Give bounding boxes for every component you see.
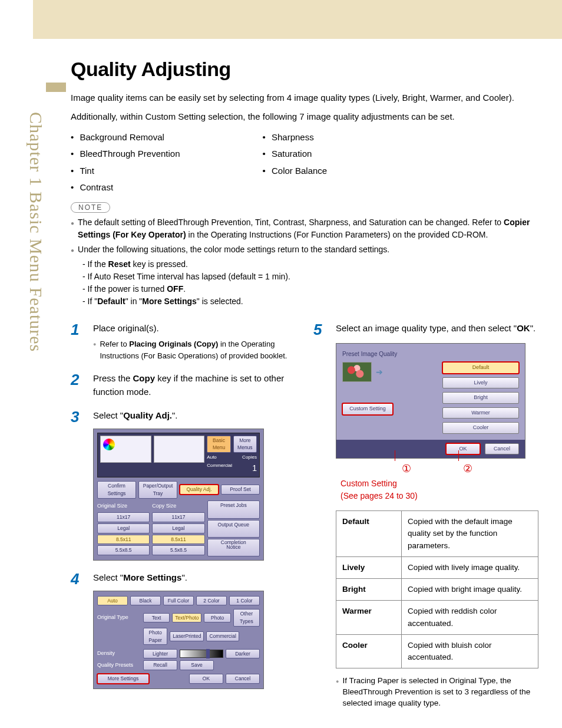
preset-jobs-button[interactable]: Preset Jobs [207,500,260,518]
size-button[interactable]: Legal [152,523,204,533]
step-number: 3 [71,409,86,561]
preset-lively-button[interactable]: Lively [442,377,519,389]
confirm-settings-button[interactable]: Confirm Settings [97,481,136,499]
preset-image-quality-screenshot: Preset Image Quality ➔ Custom Setting De… [336,343,525,459]
preset-warmer-button[interactable]: Warmer [442,407,519,419]
step-text: Select an image quality type, and then s… [336,322,538,335]
size-button[interactable]: Legal [97,523,150,533]
lighter-button[interactable]: Lighter [143,649,177,659]
size-button[interactable]: 11x17 [97,512,150,522]
step-text: Select "More Settings". [93,571,296,585]
step-number: 4 [71,571,86,689]
size-button[interactable]: 8.5x11 [152,535,204,545]
darker-button[interactable]: Darker [226,649,260,659]
rainbow-icon [103,439,115,450]
preview-thumbnail [342,362,372,382]
list-item: Color Balance [263,163,328,180]
chapter-sidebar-label: Chapter 1 Basic Menu Features [26,112,46,352]
footnote: If Tracing Paper is selected in Original… [336,676,538,709]
list-item: Background Removal [71,129,180,146]
step-text: Select "Quality Adj.". [93,409,296,423]
density-slider[interactable] [180,650,223,658]
arrow-right-icon: ➔ [376,366,383,378]
size-button[interactable]: 8.5x11 [97,535,150,545]
orig-type-button[interactable]: Commercial [206,631,239,641]
top-band [33,0,562,39]
preset-bright-button[interactable]: Bright [442,392,519,404]
ok-button[interactable]: OK [446,443,480,455]
orig-type-button[interactable]: LaserPrinted [170,631,204,641]
more-menus-tab[interactable]: More Menus [233,436,257,453]
copier-basic-menu-screenshot: Basic Menu More Menus AutoCopies Commerc… [93,429,264,561]
orig-type-button[interactable]: Other Types [233,609,260,627]
size-button[interactable]: 5.5x8.5 [152,545,204,555]
paper-output-tray-button[interactable]: Paper/Output Tray [138,481,177,499]
list-item: Tint [71,163,180,180]
step-text: Place original(s). [93,322,296,335]
color-tab[interactable]: Full Color [163,596,194,606]
step-minor-note: Refer to Placing Originals (Copy) in the… [93,338,296,361]
intro-1: Image quality items can be easily set by… [71,91,538,104]
note-body: The default setting of BleedThrough Prev… [71,216,538,308]
page-title: Quality Adjusting [71,58,538,81]
intro-2: Additionally, within Custom Setting sele… [71,110,538,123]
list-item: Sharpness [263,129,328,146]
proof-set-button[interactable]: Proof Set [221,485,260,495]
completion-notice-button[interactable]: Completion Notice [207,539,260,556]
recall-button[interactable]: Recall [143,660,177,670]
preset-default-button[interactable]: Default [442,362,519,374]
callout-text: Custom Setting (See pages 24 to 30) [340,477,538,502]
cancel-button[interactable]: Cancel [226,674,260,684]
color-tab[interactable]: 2 Color [196,596,227,606]
size-button[interactable]: 11x17 [152,512,204,522]
quality-adj-button[interactable]: Quality Adj. [180,485,219,495]
step-number: 5 [313,322,329,709]
color-tab[interactable]: Auto [97,596,128,606]
list-item: Contrast [71,179,180,196]
save-button[interactable]: Save [180,660,214,670]
more-settings-button[interactable]: More Settings [97,674,149,684]
orig-type-button[interactable]: Photo [204,613,230,623]
preset-cooler-button[interactable]: Cooler [442,422,519,434]
quality-type-table: DefaultCopied with the default image qua… [336,510,538,668]
quality-item-list: Background Removal BleedThrough Preventi… [71,129,538,196]
step-number: 1 [71,322,86,362]
step-text: Press the Copy key if the machine is set… [93,372,296,398]
orig-type-button[interactable]: Text [143,613,170,623]
callout-numbers: ① ② [336,461,538,475]
basic-menu-tab[interactable]: Basic Menu [207,436,230,453]
orig-type-button[interactable]: Text/Photo [172,613,201,623]
size-button[interactable]: 5.5x8.5 [97,545,150,555]
step-number: 2 [71,372,86,398]
color-tab[interactable]: Black [130,596,161,606]
output-queue-button[interactable]: Output Queue [207,520,260,538]
list-item: BleedThrough Prevention [71,146,180,163]
accent-bar [46,83,66,92]
ok-button[interactable]: OK [189,674,223,684]
custom-setting-button[interactable]: Custom Setting [342,403,393,415]
list-item: Saturation [263,146,328,163]
cancel-button[interactable]: Cancel [485,443,519,455]
note-label: NOTE [71,202,110,213]
color-tab[interactable]: 1 Color [229,596,260,606]
orig-type-button[interactable]: Photo Paper [143,628,167,645]
quality-adj-screenshot: Auto Black Full Color 2 Color 1 Color Or… [93,591,264,690]
